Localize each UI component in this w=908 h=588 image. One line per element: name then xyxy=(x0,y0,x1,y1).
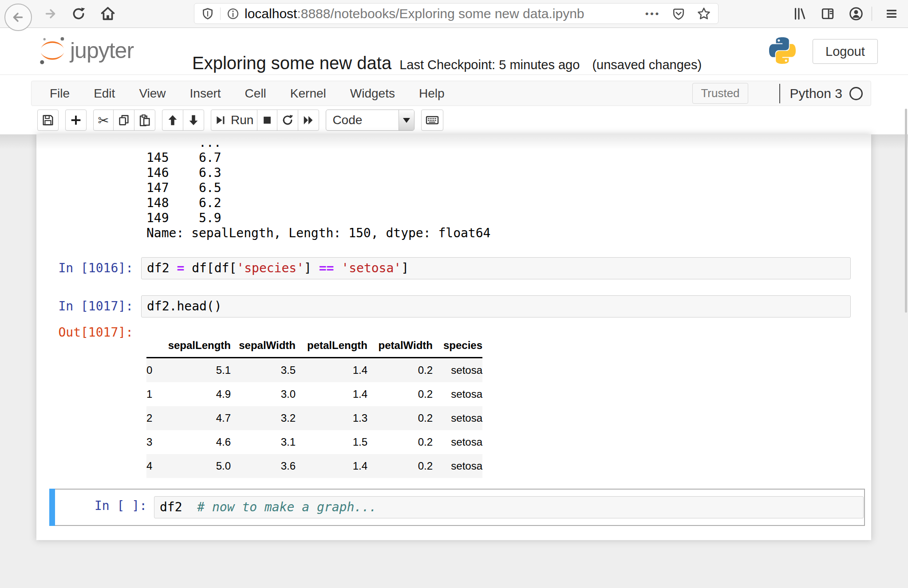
url-bar[interactable]: localhost:8888/notebooks/Exploring some … xyxy=(194,3,719,24)
table-cell: 1.3 xyxy=(296,406,367,430)
input-prompt-1017: In [1017]: xyxy=(36,299,133,314)
table-cell: 0.2 xyxy=(367,358,433,383)
restart-icon xyxy=(281,114,294,127)
menu-button[interactable] xyxy=(880,0,903,27)
table-cell: setosa xyxy=(433,358,482,383)
home-icon xyxy=(100,6,116,22)
jupyter-logo[interactable]: jupyter xyxy=(37,35,134,66)
table-cell: 4.7 xyxy=(167,406,231,430)
table-column-header: petalLength xyxy=(296,337,367,358)
move-cell-down-button[interactable] xyxy=(183,110,204,131)
jupyter-logo-text: jupyter xyxy=(70,38,134,63)
table-cell: 1 xyxy=(146,382,167,406)
cell-type-select[interactable]: Code xyxy=(326,110,415,131)
logout-button[interactable]: Logout xyxy=(813,39,878,64)
pocket-save-icon[interactable] xyxy=(672,7,685,20)
dataframe-table: sepalLengthsepalWidthpetalLengthpetalWid… xyxy=(146,337,482,478)
unsaved-changes-status: (unsaved changes) xyxy=(592,58,702,72)
code-line: df2 = df[df['species'] == 'setosa'] xyxy=(142,258,850,279)
sidebars-button[interactable] xyxy=(817,0,839,27)
selected-cell[interactable]: In [ ]: df2 # now to make a graph... xyxy=(49,489,865,526)
restart-run-all-button[interactable] xyxy=(298,110,319,131)
back-icon xyxy=(11,10,26,25)
account-icon xyxy=(849,6,864,21)
series-output-text: ... 145 6.7 146 6.3 147 6.5 148 6.2 149 … xyxy=(146,135,490,241)
table-cell: 3.0 xyxy=(231,382,296,406)
home-button[interactable] xyxy=(97,0,119,27)
menu-file[interactable]: File xyxy=(38,81,82,106)
library-icon xyxy=(792,6,807,21)
add-cell-button[interactable] xyxy=(65,110,87,131)
save-button[interactable] xyxy=(37,110,59,131)
table-row: 24.73.21.30.2setosa xyxy=(146,406,482,430)
page-actions-icon[interactable]: ••• xyxy=(645,8,660,19)
trusted-badge[interactable]: Trusted xyxy=(692,83,748,104)
stop-icon xyxy=(261,114,273,126)
paste-cell-button[interactable] xyxy=(134,110,155,131)
table-row: 14.93.01.40.2setosa xyxy=(146,382,482,406)
menu-widgets[interactable]: Widgets xyxy=(338,81,407,106)
menu-kernel[interactable]: Kernel xyxy=(278,81,338,106)
save-icon xyxy=(41,114,55,127)
table-cell: 2 xyxy=(146,406,167,430)
menu-insert[interactable]: Insert xyxy=(178,81,233,106)
cut-cell-button[interactable]: ✂ xyxy=(93,110,114,131)
url-path: :8888/notebooks/Exploring some new data.… xyxy=(297,6,584,21)
table-cell: 1.4 xyxy=(296,358,367,383)
url-host: localhost xyxy=(245,6,297,21)
account-button[interactable] xyxy=(845,0,867,27)
table-cell: 1.4 xyxy=(296,382,367,406)
menu-help[interactable]: Help xyxy=(407,81,457,106)
code-cell-1017[interactable]: df2.head() xyxy=(141,295,851,318)
copy-cell-button[interactable] xyxy=(113,110,134,131)
table-cell: setosa xyxy=(433,430,482,454)
menu-edit[interactable]: Edit xyxy=(82,81,127,106)
table-cell: setosa xyxy=(433,406,482,430)
menu-cell[interactable]: Cell xyxy=(233,81,278,106)
table-cell: 0.2 xyxy=(367,430,433,454)
table-cell: 0.2 xyxy=(367,406,433,430)
page-scrollbar[interactable] xyxy=(905,109,907,313)
cell-type-value: Code xyxy=(326,113,399,127)
bookmark-star-icon[interactable] xyxy=(697,7,711,21)
keyboard-icon xyxy=(425,113,439,127)
input-prompt-1016: In [1016]: xyxy=(36,261,133,276)
code-cell-1016[interactable]: df2 = df[df['species'] == 'setosa'] xyxy=(141,257,851,279)
table-row: 45.03.61.40.2setosa xyxy=(146,454,482,478)
notebook-toolbar: ✂ Run xyxy=(0,107,908,134)
input-prompt-empty: In [ ]: xyxy=(50,498,147,514)
forward-button[interactable] xyxy=(39,0,61,27)
restart-kernel-button[interactable] xyxy=(277,110,298,131)
shield-icon[interactable] xyxy=(201,7,214,20)
code-line: df2.head() xyxy=(142,296,850,317)
menu-view[interactable]: View xyxy=(127,81,178,106)
cut-icon: ✂ xyxy=(98,113,109,128)
run-cell-button[interactable]: Run xyxy=(211,110,257,131)
reload-button[interactable] xyxy=(67,0,90,27)
table-cell: 1.5 xyxy=(296,430,367,454)
run-label: Run xyxy=(231,113,253,127)
table-row: 05.13.51.40.2setosa xyxy=(146,358,482,383)
urlbar-divider xyxy=(220,8,221,20)
move-cell-up-button[interactable] xyxy=(162,110,183,131)
url-text[interactable]: localhost:8888/notebooks/Exploring some … xyxy=(245,6,584,21)
back-button[interactable] xyxy=(4,4,32,31)
sidebar-icon xyxy=(820,6,835,21)
kernel-idle-indicator-icon xyxy=(849,87,863,100)
table-cell: setosa xyxy=(433,382,482,406)
table-cell: 1.4 xyxy=(296,454,367,478)
table-cell: 0.2 xyxy=(367,454,433,478)
interrupt-kernel-button[interactable] xyxy=(257,110,277,131)
command-palette-button[interactable] xyxy=(421,110,443,131)
reload-icon xyxy=(71,6,86,21)
table-cell: 4.6 xyxy=(167,430,231,454)
browser-toolbar: localhost:8888/notebooks/Exploring some … xyxy=(0,0,908,28)
run-icon xyxy=(215,114,227,126)
kernel-name: Python 3 xyxy=(790,86,842,101)
notebook-title[interactable]: Exploring some new data xyxy=(192,53,391,73)
code-cell-empty[interactable]: df2 # now to make a graph... xyxy=(154,496,864,518)
library-button[interactable] xyxy=(788,0,810,27)
table-column-header: sepalWidth xyxy=(231,337,296,358)
checkpoint-status: Last Checkpoint: 5 minutes ago xyxy=(399,58,580,72)
site-info-icon[interactable] xyxy=(227,8,239,20)
